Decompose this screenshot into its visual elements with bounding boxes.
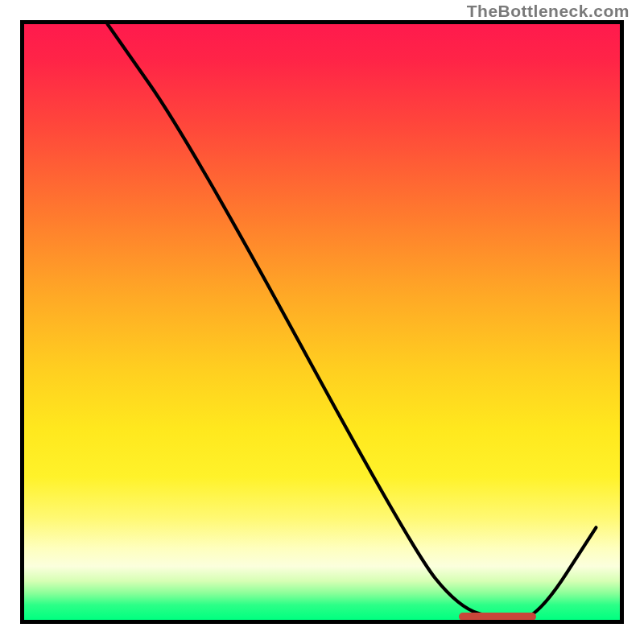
category-marker-band <box>459 613 536 621</box>
watermark-label: TheBottleneck.com <box>467 2 630 21</box>
chart-container: TheBottleneck.com <box>0 0 644 644</box>
plot-frame <box>20 20 624 624</box>
curve-path <box>108 24 597 620</box>
bottleneck-curve <box>24 24 620 620</box>
